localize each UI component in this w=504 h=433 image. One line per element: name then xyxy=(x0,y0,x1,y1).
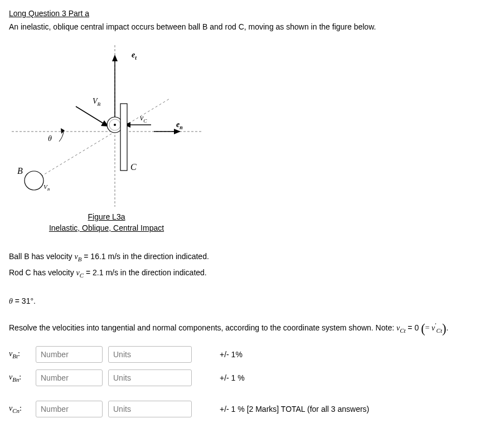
label-vb-top: VB xyxy=(93,97,100,107)
input-vcn-units[interactable] xyxy=(108,401,192,417)
given-values: Ball B has velocity vB = 16.1 m/s in the… xyxy=(9,249,495,281)
input-vbt-units[interactable] xyxy=(108,346,192,363)
label-vbn: vBn: xyxy=(9,373,30,383)
tolerance-vcn: +/- 1 % [2 Marks] TOTAL (for all 3 answe… xyxy=(220,405,369,413)
label-vc: vC xyxy=(140,114,147,124)
row-vbt: vBt: +/- 1% xyxy=(9,346,495,363)
input-vbn-number[interactable] xyxy=(36,369,103,386)
label-vcn: vCn: xyxy=(9,404,30,414)
label-en: en xyxy=(176,120,183,130)
figure-diagram: et en VB vC θ B VB C xyxy=(9,42,204,210)
input-vbt-number[interactable] xyxy=(36,346,103,363)
svg-marker-4 xyxy=(112,55,118,61)
svg-line-2 xyxy=(26,98,171,186)
svg-marker-11 xyxy=(61,128,65,134)
label-c: C xyxy=(130,162,137,172)
given-vb: Ball B has velocity vB = 16.1 m/s in the… xyxy=(9,249,495,265)
label-vbt: vBt: xyxy=(9,349,30,359)
svg-point-16 xyxy=(25,171,43,190)
theta-value: θ = 31°. xyxy=(9,296,495,306)
intro-text: An inelastic, oblique central impact occ… xyxy=(9,22,495,31)
svg-rect-15 xyxy=(120,104,127,171)
question-title: Long Question 3 Part a xyxy=(9,9,495,18)
figure-container: et en VB vC θ B VB C Figure L3a Inelasti… xyxy=(9,42,495,233)
label-et: et xyxy=(132,51,137,61)
resolve-instruction: Resolve the velocities into tangential a… xyxy=(9,322,495,336)
figure-caption: Figure L3a Inelastic, Oblique, Central I… xyxy=(9,212,204,233)
label-b: B xyxy=(17,166,23,176)
input-vbn-units[interactable] xyxy=(108,369,192,386)
label-theta: θ xyxy=(48,134,52,143)
label-vb-bottom: VB xyxy=(43,183,50,192)
svg-line-9 xyxy=(76,106,105,124)
given-vc: Rod C has velocity vC = 2.1 m/s in the d… xyxy=(9,265,495,281)
input-vcn-number[interactable] xyxy=(36,401,103,417)
svg-point-14 xyxy=(114,124,116,126)
row-vcn: vCn: +/- 1 % [2 Marks] TOTAL (for all 3 … xyxy=(9,401,495,417)
row-vbn: vBn: +/- 1 % xyxy=(9,369,495,386)
tolerance-vbt: +/- 1% xyxy=(220,350,243,359)
tolerance-vbn: +/- 1 % xyxy=(220,373,245,382)
